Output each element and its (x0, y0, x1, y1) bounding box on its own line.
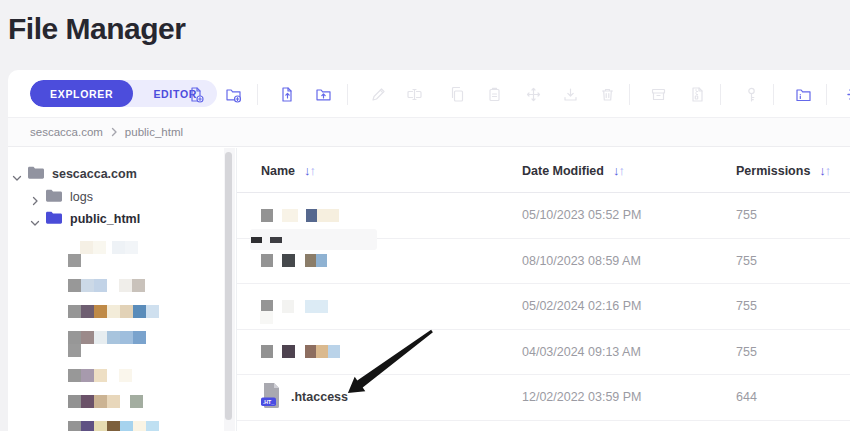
file-manager-panel: EXPLORER EDITOR (8, 70, 850, 431)
date-modified-cell: 12/02/2022 03:59 PM (522, 375, 642, 420)
date-modified-cell: 04/03/2024 09:13 AM (522, 330, 641, 375)
copy-icon (449, 86, 466, 103)
tree-item-logs[interactable]: logs (30, 187, 93, 207)
breadcrumb-item-current[interactable]: public_html (125, 126, 183, 138)
redacted-tree-item[interactable] (68, 344, 81, 357)
upload-file-icon[interactable] (279, 86, 296, 103)
clipped-right-icon[interactable] (846, 86, 850, 103)
folder-icon (46, 188, 62, 206)
extract-icon (689, 86, 706, 103)
explorer-tab[interactable]: EXPLORER (30, 80, 133, 107)
new-folder-icon[interactable] (225, 86, 242, 103)
toolbar-divider (347, 84, 348, 105)
toolbar-divider (773, 84, 774, 105)
permissions-cell: 755 (736, 330, 757, 375)
breadcrumb-item-root[interactable]: sescacca.com (30, 126, 103, 138)
sort-icon[interactable]: ↓↑ (613, 163, 624, 178)
column-header-name: Name ↓↑ (261, 148, 315, 193)
date-modified-cell: 05/10/2023 05:52 PM (522, 193, 642, 238)
toolbar: EXPLORER EDITOR (8, 70, 850, 118)
svg-text:.HT_: .HT_ (263, 399, 274, 405)
redacted-tree-item[interactable] (80, 241, 138, 254)
redacted-overlay (260, 311, 273, 324)
folder-icon (28, 165, 44, 183)
permissions-cell: 644 (736, 375, 757, 420)
date-modified-cell: 05/02/2024 02:16 PM (522, 284, 642, 329)
htaccess-file-icon: .HT_ (261, 383, 281, 412)
redacted-tree-item[interactable] (68, 254, 81, 267)
breadcrumb: sescacca.com public_html (8, 118, 850, 147)
table-row-htaccess[interactable]: .HT_ .htaccess 12/02/2022 03:59 PM 644 (237, 375, 850, 421)
paste-icon (486, 86, 503, 103)
permissions-key-icon (743, 86, 760, 103)
rename-icon (406, 86, 423, 103)
folder-icon-active (46, 210, 62, 228)
toolbar-divider (629, 84, 630, 105)
toolbar-divider (257, 84, 258, 105)
folder-tree: sescacca.com logs public_html (8, 148, 237, 431)
table-row[interactable]: 05/02/2024 02:16 PM 755 (237, 284, 850, 330)
redacted-tree-item[interactable] (68, 331, 146, 344)
tree-item-label: sescacca.com (52, 167, 137, 181)
chevron-right-icon (110, 127, 118, 137)
archive-icon (650, 86, 667, 103)
redacted-overlay (251, 237, 262, 243)
chevron-right-icon[interactable] (30, 192, 40, 202)
redacted-overlay (270, 237, 282, 243)
permissions-cell: 755 (736, 284, 757, 329)
redacted-file-name (261, 345, 340, 358)
download-icon (562, 86, 579, 103)
toolbar-divider (720, 84, 721, 105)
table-row[interactable]: 04/03/2024 09:13 AM 755 (237, 330, 850, 376)
column-header-permissions: Permissions ↓↑ (736, 148, 830, 193)
page-title: File Manager (8, 12, 185, 46)
column-header-date-modified: Date Modified ↓↑ (522, 148, 624, 193)
permissions-cell: 755 (736, 239, 757, 284)
delete-icon (599, 86, 616, 103)
tree-item-label: logs (70, 190, 93, 204)
redacted-file-name (261, 254, 327, 267)
file-table: Name ↓↑ Date Modified ↓↑ Permissions ↓↑ … (237, 148, 850, 431)
permissions-cell: 755 (736, 193, 757, 238)
tree-item-label: public_html (70, 212, 140, 226)
redacted-tree-item[interactable] (68, 395, 143, 408)
date-modified-cell: 08/10/2023 08:59 AM (522, 239, 641, 284)
upload-folder-icon[interactable] (315, 86, 332, 103)
sort-icon[interactable]: ↓↑ (304, 163, 315, 178)
redacted-file-name (261, 209, 339, 222)
redacted-tree-item[interactable] (68, 421, 159, 431)
tree-scrollbar-thumb[interactable] (225, 152, 232, 420)
redacted-tree-item[interactable] (68, 369, 132, 382)
redacted-tree-item[interactable] (68, 305, 159, 318)
edit-icon (370, 86, 387, 103)
chevron-down-icon[interactable] (30, 214, 40, 224)
new-file-icon[interactable] (188, 86, 205, 103)
file-name: .htaccess (291, 390, 348, 404)
toolbar-divider (826, 84, 827, 105)
tree-scrollbar-track[interactable] (224, 148, 235, 431)
folder-info-icon[interactable] (795, 86, 812, 103)
chevron-down-icon[interactable] (12, 169, 22, 179)
tree-item-root[interactable]: sescacca.com (12, 164, 137, 184)
redacted-tree-item[interactable] (68, 279, 145, 292)
table-header: Name ↓↑ Date Modified ↓↑ Permissions ↓↑ (237, 148, 850, 193)
move-icon (525, 86, 542, 103)
tree-item-public-html[interactable]: public_html (30, 209, 140, 229)
sort-icon[interactable]: ↓↑ (819, 163, 830, 178)
